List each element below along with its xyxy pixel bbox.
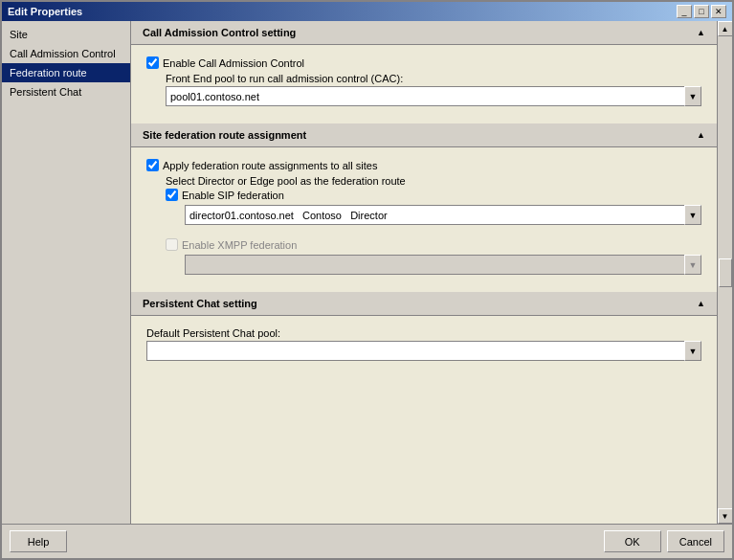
close-button[interactable]: ✕ <box>711 5 726 18</box>
federation-section-content: Apply federation route assignments to al… <box>131 155 717 292</box>
pool-dropdown-container: ▼ <box>166 86 701 106</box>
persistent-chat-pool-row: Default Persistent Chat pool: ▼ <box>146 327 701 361</box>
persistent-chat-pool-dropdown-container: ▼ <box>146 341 701 361</box>
scroll-up-btn[interactable]: ▲ <box>718 21 733 36</box>
persistent-chat-pool-dropdown-btn[interactable]: ▼ <box>684 341 701 361</box>
persistent-chat-section-content: Default Persistent Chat pool: ▼ <box>131 324 717 378</box>
enable-sip-label: Enable SIP federation <box>182 190 284 201</box>
sidebar-item-federation-route[interactable]: Federation route <box>2 63 130 82</box>
sip-pool-row: ▼ <box>166 205 701 225</box>
select-director-label: Select Director or Edge pool as the fede… <box>166 175 701 187</box>
title-bar: Edit Properties _ □ ✕ <box>2 2 732 21</box>
apply-all-sites-label: Apply federation route assignments to al… <box>163 160 377 171</box>
scrollbar: ▲ ▼ <box>717 21 732 524</box>
enable-cac-checkbox[interactable] <box>146 56 159 69</box>
cac-section-title: Call Admission Control setting <box>143 27 296 38</box>
cancel-button[interactable]: Cancel <box>667 530 724 552</box>
minimize-button[interactable]: _ <box>677 5 692 18</box>
right-buttons: OK Cancel <box>604 530 724 552</box>
ok-button[interactable]: OK <box>604 530 661 552</box>
scroll-thumb[interactable] <box>719 258 732 287</box>
xmpp-pool-dropdown-btn[interactable]: ▼ <box>684 255 701 275</box>
sip-federation-block: Select Director or Edge pool as the fede… <box>146 175 701 275</box>
enable-sip-checkbox[interactable] <box>166 189 178 201</box>
enable-cac-row: Enable Call Admission Control <box>146 56 701 69</box>
enable-sip-row: Enable SIP federation <box>166 189 701 201</box>
enable-xmpp-row: Enable XMPP federation <box>166 238 701 251</box>
federation-section-title: Site federation route assignment <box>143 129 306 141</box>
window-body: Site Call Admission Control Federation r… <box>2 21 732 558</box>
pool-dropdown-input[interactable] <box>166 86 684 106</box>
content-scroll-wrapper: Call Admission Control setting ▲ Enable … <box>131 21 732 524</box>
pool-field-label: Front End pool to run call admission con… <box>166 73 701 84</box>
xmpp-pool-dropdown-container: ▼ <box>185 255 701 275</box>
scroll-down-btn[interactable]: ▼ <box>718 508 733 524</box>
content-area: Call Admission Control setting ▲ Enable … <box>131 21 717 524</box>
sip-pool-dropdown-btn[interactable]: ▼ <box>684 205 701 225</box>
sidebar-item-call-admission-control[interactable]: Call Admission Control <box>2 44 130 63</box>
help-button[interactable]: Help <box>10 530 67 552</box>
persistent-chat-section-header: Persistent Chat setting ▲ <box>131 292 717 316</box>
cac-section: Call Admission Control setting ▲ Enable … <box>131 21 717 123</box>
bottom-bar: Help OK Cancel <box>2 524 732 558</box>
xmpp-pool-dropdown-input[interactable] <box>185 255 684 275</box>
federation-section-header: Site federation route assignment ▲ <box>131 123 717 147</box>
enable-cac-label: Enable Call Admission Control <box>163 57 304 69</box>
sip-pool-dropdown-input[interactable] <box>185 205 684 225</box>
apply-all-sites-row: Apply federation route assignments to al… <box>146 159 701 171</box>
pool-dropdown-btn[interactable]: ▼ <box>684 86 701 106</box>
enable-xmpp-checkbox[interactable] <box>166 238 178 251</box>
xmpp-pool-row: ▼ <box>166 255 701 275</box>
main-area: Site Call Admission Control Federation r… <box>2 21 732 524</box>
sidebar: Site Call Admission Control Federation r… <box>2 21 131 524</box>
window-title: Edit Properties <box>8 6 82 17</box>
persistent-chat-section-title: Persistent Chat setting <box>143 298 257 309</box>
title-bar-buttons: _ □ ✕ <box>677 5 726 18</box>
cac-section-header: Call Admission Control setting ▲ <box>131 21 717 45</box>
maximize-button[interactable]: □ <box>694 5 709 18</box>
enable-xmpp-label: Enable XMPP federation <box>182 239 297 251</box>
cac-collapse-icon[interactable]: ▲ <box>697 28 705 37</box>
sidebar-item-persistent-chat[interactable]: Persistent Chat <box>2 82 130 101</box>
persistent-chat-collapse-icon[interactable]: ▲ <box>697 299 705 308</box>
apply-all-sites-checkbox[interactable] <box>146 159 159 171</box>
federation-collapse-icon[interactable]: ▲ <box>697 130 705 140</box>
pool-field-row: Front End pool to run call admission con… <box>146 73 701 106</box>
sidebar-item-site[interactable]: Site <box>2 25 130 44</box>
persistent-chat-pool-dropdown-input[interactable] <box>146 341 684 361</box>
main-window: Edit Properties _ □ ✕ Site Call Admissio… <box>0 0 734 560</box>
cac-section-content: Enable Call Admission Control Front End … <box>131 53 717 123</box>
sip-pool-dropdown-container: ▼ <box>185 205 701 225</box>
persistent-chat-pool-label: Default Persistent Chat pool: <box>146 327 701 339</box>
persistent-chat-section: Persistent Chat setting ▲ Default Persis… <box>131 292 717 378</box>
federation-section: Site federation route assignment ▲ Apply… <box>131 123 717 292</box>
